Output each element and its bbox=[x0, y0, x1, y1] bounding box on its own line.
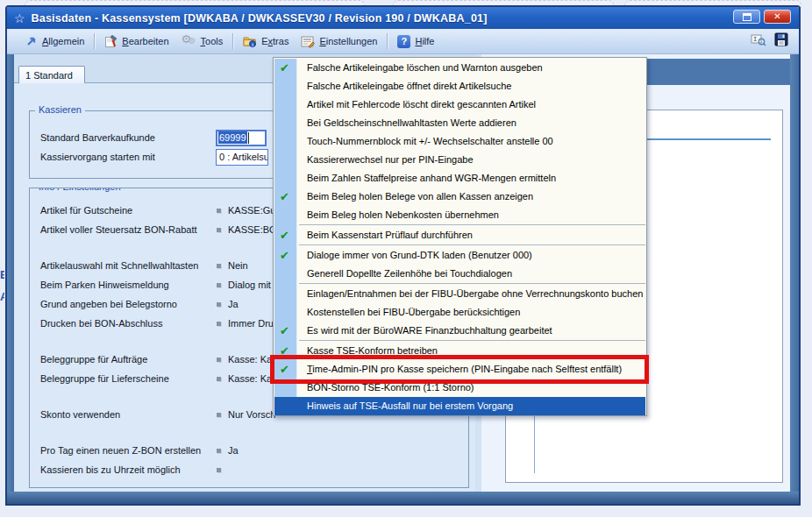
menu-item[interactable]: ✔ Beim Beleg holen Nebenkosten übernehme… bbox=[274, 206, 645, 224]
menu-label: Hilfe bbox=[415, 36, 434, 46]
bullet-icon bbox=[217, 264, 221, 268]
hammer-icon bbox=[104, 35, 118, 48]
menu-item[interactable]: ✔ Beim Kassenstart Prüflauf durchführen bbox=[274, 226, 645, 244]
menu-item-label: Touch-Nummernblock mit +/- Wechselschalt… bbox=[307, 136, 553, 146]
menu-item[interactable]: ✔ Bei Geldscheinschnellwahltasten Werte … bbox=[274, 114, 645, 132]
menu-item[interactable]: ✔ Kostenstellen bei FIBU-Übergabe berück… bbox=[274, 303, 645, 322]
menu-item[interactable]: ✔ Einlagen/Entnahmen bei der FIBU-Überga… bbox=[274, 285, 645, 303]
menu-label: Bearbeiten bbox=[122, 36, 168, 46]
tab-standard[interactable]: 1 Standard bbox=[18, 66, 85, 83]
checkmark-icon: ✔ bbox=[280, 322, 289, 340]
menu-item[interactable]: ✔ Beim Zahlen Staffelpreise anhand WGR-M… bbox=[274, 169, 645, 188]
menu-allgemein[interactable]: Allgemein bbox=[19, 32, 90, 50]
setting-row: Kassieren bis zu Uhrzeit möglich bbox=[30, 460, 468, 479]
menu-item[interactable]: ✔ Hinweis auf TSE-Ausfall nur bei erstem… bbox=[274, 397, 645, 415]
star-icon: ☆ bbox=[14, 11, 25, 25]
setting-label: Artikel voller Steuersatz BON-Rabatt bbox=[40, 224, 216, 235]
menu-item-label: Kasse TSE-Konform betreiben bbox=[307, 345, 438, 356]
close-button[interactable]: ✕ bbox=[764, 10, 791, 24]
menu-item[interactable]: ✔ Dialoge immer von Grund-DTK laden (Ben… bbox=[274, 246, 645, 265]
arrow-up-right-icon bbox=[25, 35, 38, 47]
setting-value[interactable]: Immer Druc bbox=[228, 318, 278, 329]
setting-value[interactable]: Ja bbox=[228, 445, 239, 456]
menu-item[interactable]: ✔ Falsche Artikeleingabe löschen und War… bbox=[274, 59, 645, 77]
setting-value[interactable]: KASSE:Gut bbox=[228, 205, 278, 216]
field-picker-icon[interactable]: I bbox=[751, 33, 766, 46]
setting-value[interactable]: Kasse: Kas bbox=[228, 354, 277, 365]
menu-item[interactable]: ✔ Kasse TSE-Konform betreiben bbox=[274, 342, 645, 360]
menu-bearbeiten[interactable]: Bearbeiten bbox=[98, 32, 175, 51]
setting-label: Artikelauswahl mit Schnellwahltasten bbox=[40, 260, 216, 271]
menu-item-label: Falsche Artikeleingabe löschen und Warnt… bbox=[307, 62, 543, 73]
checkmark-icon: ✔ bbox=[280, 59, 289, 77]
menu-item-label: Beim Beleg holen Belege von allen Kassen… bbox=[307, 191, 533, 202]
menu-item-label: Kassiererwechsel nur per PIN-Eingabe bbox=[307, 154, 474, 165]
spacer-row bbox=[30, 424, 468, 441]
menu-item-label: Generell Dopellte Zeilenhöhe bei Touchdi… bbox=[307, 268, 512, 279]
menu-item[interactable]: ✔ Es wird mit der BüroWARE Finanzbuchhal… bbox=[274, 322, 645, 340]
barverkaufkunde-input[interactable]: 69999 bbox=[216, 130, 267, 146]
setting-value[interactable]: Nur Vorsch bbox=[228, 409, 275, 420]
menu-item-label: Dialoge immer von Grund-DTK laden (Benut… bbox=[307, 250, 532, 260]
setting-label: Skonto verwenden bbox=[40, 409, 216, 420]
menu-item-label: BON-Storno TSE-Konform (1:1 Storno) bbox=[307, 382, 474, 393]
close-icon: ✕ bbox=[773, 12, 780, 21]
setting-label: Kassieren bis zu Uhrzeit möglich bbox=[40, 464, 216, 475]
menu-item[interactable]: ✔ Falsche Artikeleingabe öffnet direkt A… bbox=[274, 77, 645, 96]
setting-label: Artikel für Gutscheine bbox=[40, 205, 216, 216]
group-title: Kassieren bbox=[35, 104, 85, 115]
menu-bar: Allgemein Bearbeiten ⚙⚙ Tools i Extras bbox=[7, 29, 799, 54]
title-bar[interactable]: ☆ Basisdaten - Kassensystem [DWKABA / DW… bbox=[7, 7, 799, 29]
menu-item[interactable]: ✔ Beim Beleg holen Belege von allen Kass… bbox=[274, 188, 645, 206]
menu-item-label: Time-Admin-PIN pro Kasse speichern (PIN-… bbox=[307, 364, 622, 374]
menu-item[interactable]: ✔ Time-Admin-PIN pro Kasse speichern (PI… bbox=[274, 360, 645, 379]
background-window-text-fragment: E bbox=[0, 268, 4, 280]
checkmark-icon: ✔ bbox=[280, 246, 289, 265]
save-icon[interactable] bbox=[774, 32, 788, 46]
menu-item-label: Beim Zahlen Staffelpreise anhand WGR-Men… bbox=[307, 173, 556, 183]
background-window-text-fragment: A bbox=[0, 290, 4, 304]
setting-label: Drucken bei BON-Abschluss bbox=[40, 318, 216, 329]
setting-value[interactable]: Nein bbox=[228, 260, 248, 271]
menu-item-label: Artikel mit Fehlercode löscht direkt ges… bbox=[307, 99, 536, 110]
menu-item[interactable]: ✔ Artikel mit Fehlercode löscht direkt g… bbox=[274, 96, 645, 114]
help-icon: ? bbox=[397, 35, 410, 48]
bullet-icon bbox=[217, 449, 221, 453]
menu-hilfe[interactable]: ? Hilfe bbox=[391, 32, 440, 51]
setting-row: Pro Tag einen neuen Z-BON erstellen Ja bbox=[30, 441, 468, 460]
field-label: Standard Barverkaufkunde bbox=[40, 132, 216, 143]
setting-value[interactable]: Ja bbox=[228, 299, 239, 309]
setting-label: Beim Parken Hinweismeldung bbox=[40, 280, 216, 290]
bullet-icon bbox=[217, 468, 221, 472]
menu-item[interactable]: ✔ Kassiererwechsel nur per PIN-Eingabe bbox=[274, 151, 645, 169]
setting-value[interactable]: Dialog mit I bbox=[228, 280, 276, 290]
window-frame bbox=[7, 492, 799, 504]
menubar-separator bbox=[232, 33, 233, 49]
bullet-icon bbox=[217, 228, 221, 232]
kassiervorgang-select[interactable]: 0 : Artikelsu bbox=[216, 149, 268, 166]
menu-item-label: Es wird mit der BüroWARE Finanzbuchhaltu… bbox=[307, 325, 552, 336]
menu-item-label: Beim Beleg holen Nebenkosten übernehmen bbox=[307, 209, 499, 220]
checkmark-icon: ✔ bbox=[280, 226, 289, 244]
menu-extras[interactable]: i Extras bbox=[237, 32, 295, 50]
folder-icon: i bbox=[243, 35, 257, 47]
menu-item[interactable]: ✔ Touch-Nummernblock mit +/- Wechselscha… bbox=[274, 132, 645, 151]
bullet-icon bbox=[217, 413, 221, 417]
menu-item[interactable]: ✔ BON-Storno TSE-Konform (1:1 Storno) bbox=[274, 379, 645, 397]
group-title: Info / Einstellungen bbox=[35, 188, 125, 192]
menubar-separator bbox=[94, 33, 95, 49]
setting-value[interactable]: Kasse: Kas bbox=[228, 373, 277, 384]
menu-tools[interactable]: ⚙⚙ Tools bbox=[175, 32, 230, 51]
bullet-icon bbox=[217, 302, 221, 307]
menu-item[interactable]: ✔ Generell Dopellte Zeilenhöhe bei Touch… bbox=[274, 265, 645, 283]
menu-label: Allgemein bbox=[42, 36, 84, 46]
restore-button[interactable] bbox=[733, 10, 760, 24]
window-title: Basisdaten - Kassensystem [DWKABA / DWKA… bbox=[32, 12, 488, 25]
bullet-icon bbox=[217, 209, 221, 213]
menu-label: Extras bbox=[261, 36, 288, 46]
menu-label: Einstellungen bbox=[319, 36, 377, 46]
menu-einstellungen[interactable]: Einstellungen bbox=[295, 32, 383, 51]
window-frame bbox=[7, 54, 14, 504]
text-cursor bbox=[248, 132, 249, 144]
menu-item-label: Einlagen/Entnahmen bei der FIBU-Übergabe… bbox=[307, 288, 643, 299]
